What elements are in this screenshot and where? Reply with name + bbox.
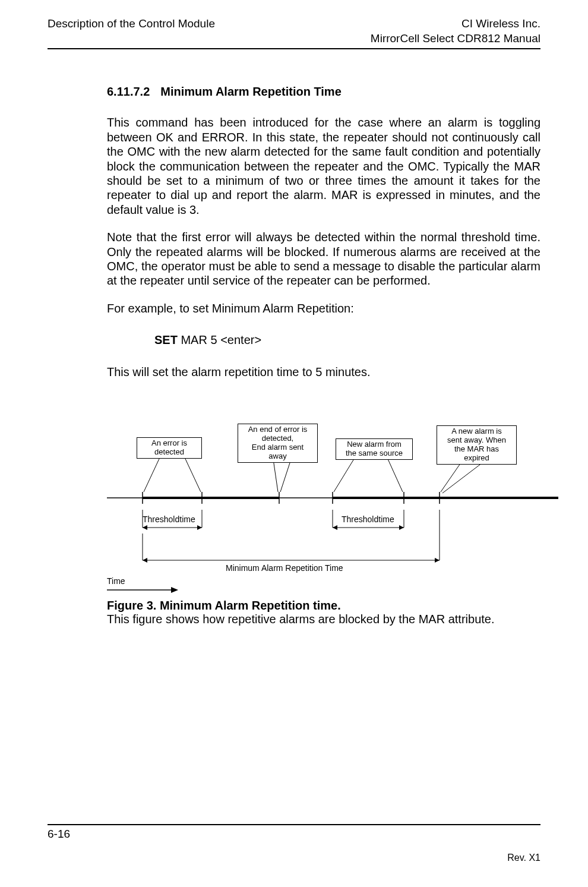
command-block: SET MAR 5 <enter> <box>154 333 540 347</box>
footer-revision: Rev. X1 <box>48 853 540 863</box>
footer: 6-16 Rev. X1 <box>48 824 540 863</box>
svg-marker-23 <box>143 558 147 563</box>
svg-marker-34 <box>171 587 178 593</box>
figure-caption-body: This figure shows how repetitive alarms … <box>107 613 540 626</box>
svg-marker-19 <box>399 525 404 530</box>
svg-line-30 <box>386 455 403 492</box>
figure-threshold-label-1: Thresholdtime <box>143 514 195 524</box>
figure-threshold-label-2: Thresholdtime <box>342 514 394 524</box>
header-left: Description of the Control Module <box>48 17 215 46</box>
svg-marker-18 <box>333 525 337 530</box>
footer-rule <box>48 824 540 825</box>
figure-mar-label: Minimum Alarm Repetition Time <box>226 563 343 573</box>
section-number: 6.11.7.2 <box>107 85 150 99</box>
svg-line-26 <box>184 456 201 492</box>
header-manual: MirrorCell Select CDR812 Manual <box>371 31 540 46</box>
paragraph-4: This will set the alarm repetition time … <box>107 365 540 379</box>
svg-marker-24 <box>435 558 440 563</box>
section-title: Minimum Alarm Repetition Time <box>160 85 341 98</box>
footer-page-number: 6-16 <box>48 828 70 841</box>
svg-line-27 <box>273 459 278 492</box>
section-heading: 6.11.7.2Minimum Alarm Repetition Time <box>107 85 540 99</box>
command-args: MAR 5 <enter> <box>178 333 261 346</box>
figure-time-label: Time <box>107 576 125 586</box>
svg-marker-14 <box>197 525 202 530</box>
figure-box-error-detected: An error isdetected <box>137 437 202 459</box>
figure-caption-title: Figure 3. Minimum Alarm Repetition time. <box>107 599 540 613</box>
command-set-keyword: SET <box>154 333 178 346</box>
svg-line-25 <box>144 456 160 492</box>
figure-box-end-of-error: An end of error isdetected,End alarm sen… <box>238 424 318 463</box>
header-rule <box>48 48 540 49</box>
paragraph-1: This command has been introduced for the… <box>107 115 540 217</box>
figure-box-alarm-sent-mar-expired: A new alarm issent away. Whenthe MAR has… <box>437 425 517 465</box>
svg-line-29 <box>334 455 356 492</box>
paragraph-2: Note that the first error will always be… <box>107 230 540 288</box>
header-company: CI Wireless Inc. <box>371 17 540 31</box>
content-area: 6.11.7.2Minimum Alarm Repetition Time Th… <box>107 85 540 626</box>
svg-line-28 <box>280 459 291 492</box>
figure-box-new-alarm: New alarm fromthe same source <box>336 438 413 460</box>
figure-3: An error isdetected An end of error isde… <box>107 415 558 593</box>
paragraph-3: For example, to set Minimum Alarm Repeti… <box>107 301 540 315</box>
svg-marker-13 <box>143 525 147 530</box>
header-right: CI Wireless Inc. MirrorCell Select CDR81… <box>371 17 540 46</box>
